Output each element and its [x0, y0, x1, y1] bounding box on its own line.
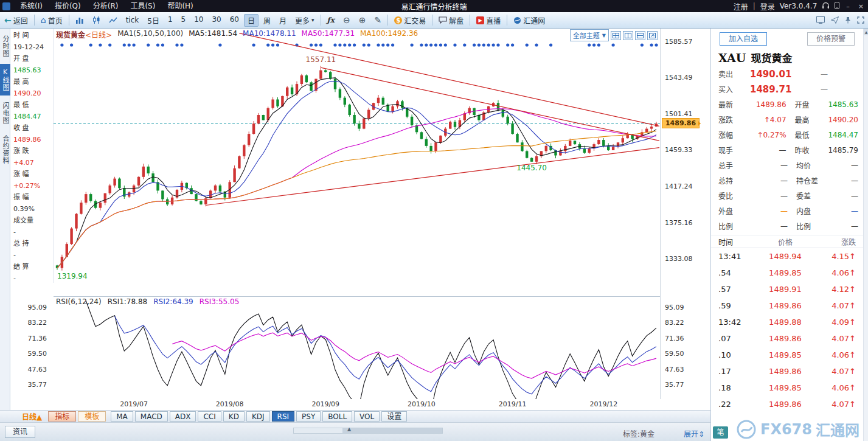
stats-row: 委比—委差—	[711, 188, 863, 203]
side-tab-K线图[interactable]: K线图	[0, 64, 10, 95]
quote-label: 振 幅	[13, 192, 53, 203]
ticks-col-header: 价格	[750, 237, 821, 247]
maximize-chart-icon[interactable]	[647, 31, 658, 40]
close-icon[interactable]: ×	[856, 2, 866, 10]
home-icon: ⌂	[41, 15, 46, 25]
period-button-10[interactable]: 10	[190, 14, 207, 27]
huitong-site-button[interactable]: 汇通网	[509, 14, 549, 27]
right-panel-scrollbar[interactable]: ▲	[863, 29, 868, 441]
bar-chart-type-button[interactable]	[71, 15, 88, 25]
layout-vsplit-icon[interactable]	[623, 31, 633, 40]
candlestick-chart[interactable]: 1557.111445.701319.94	[54, 29, 660, 296]
period-button-30[interactable]: 30	[208, 14, 224, 27]
tick-row[interactable]: 13:411489.944.15↑	[711, 248, 863, 265]
menu-item[interactable]: 报价(Q)	[49, 2, 87, 10]
side-tab-分时图[interactable]: 分时图	[0, 31, 10, 61]
globe-icon	[513, 16, 521, 24]
period-button-60[interactable]: 60	[226, 14, 243, 27]
login-link[interactable]: 登录	[760, 1, 775, 12]
status-bar: 资讯 ▲ 标签:黄金 展开⇕	[0, 422, 710, 441]
more-button[interactable]: 更多▾	[291, 14, 319, 27]
tick-row[interactable]: .101489.854.06↑	[711, 347, 863, 363]
indicator-button-VOL[interactable]: VOL	[354, 411, 380, 422]
indicator-button-BOLL[interactable]: BOLL	[322, 411, 352, 422]
rsi-tick-label: 71.36	[665, 335, 684, 342]
quote-row: 涨 幅+0.27%	[13, 168, 53, 192]
candle-chart-icon	[92, 16, 100, 24]
zoom-in-button[interactable]: ⊕	[355, 14, 370, 26]
tick-period-button[interactable]: tick	[122, 15, 144, 26]
period-button-5[interactable]: 5	[178, 14, 190, 27]
period-button-1[interactable]: 1	[164, 14, 176, 27]
candle-chart-type-button[interactable]	[88, 15, 105, 25]
period-button-周[interactable]: 周	[260, 14, 274, 27]
indicator-button-KD[interactable]: KD	[223, 411, 245, 422]
market-review-button[interactable]: 解盘	[434, 14, 468, 27]
menu-item[interactable]: 分析(R)	[87, 2, 125, 10]
svg-text:1445.70: 1445.70	[516, 164, 547, 172]
rsi-chart[interactable]	[54, 296, 660, 399]
chart-area[interactable]: 1557.111445.701319.94 现货黄金<日线> MA1(5,10,…	[54, 29, 660, 399]
add-watchlist-button[interactable]: 加入自选	[720, 32, 767, 46]
tick-row[interactable]: .541489.854.06↑	[711, 265, 863, 281]
price-alert-button[interactable]: 价格预警	[807, 32, 855, 46]
menu-item[interactable]: 帮助(H)	[161, 2, 199, 10]
zoom-out-button[interactable]: ⊖	[339, 14, 355, 26]
bid-price: 1489.71	[750, 84, 791, 95]
tick-row[interactable]: .171489.864.07↑	[711, 363, 863, 380]
indicator-button-MA[interactable]: MA	[111, 411, 133, 422]
menu-item[interactable]: 工具(S)	[124, 2, 161, 10]
tab-templates[interactable]: 模板	[78, 411, 106, 422]
indicator-button-CCI[interactable]: CCI	[198, 411, 221, 422]
multi-window-icon[interactable]	[816, 16, 825, 24]
tick-row[interactable]: .071489.864.07↑	[711, 330, 863, 347]
horizontal-scrollbar[interactable]: ▲	[293, 428, 443, 434]
live-button[interactable]: ▶直播	[472, 14, 505, 27]
fullscreen-icon[interactable]	[857, 16, 864, 24]
phone-icon[interactable]	[835, 2, 839, 11]
trading-terminal-window: 系统(I)报价(Q)分析(R)工具(S)帮助(H) 易汇通行情分析终端 注册 |…	[0, 0, 868, 441]
indicator-button-ADX[interactable]: ADX	[170, 411, 196, 422]
indicator-button-MACD[interactable]: MACD	[135, 411, 168, 422]
layout-hsplit-icon[interactable]	[635, 31, 645, 40]
headset-icon[interactable]	[822, 2, 830, 11]
period-button-月[interactable]: 月	[276, 14, 290, 27]
current-period-label[interactable]: 日线▲	[22, 411, 42, 422]
tick-row[interactable]: 13:421489.884.09↑	[711, 314, 863, 330]
indicator-button-RSI[interactable]: RSI	[272, 411, 295, 422]
indicator-button-KDJ[interactable]: KDJ	[246, 411, 270, 422]
indicator-button-PSY[interactable]: PSY	[296, 411, 321, 422]
expand-link[interactable]: 展开⇕	[684, 428, 704, 439]
home-button[interactable]: ⌂首页	[36, 14, 67, 27]
tick-row[interactable]: .571489.914.12↑	[711, 281, 863, 297]
tick-row[interactable]: .591489.864.07↑	[711, 297, 863, 314]
side-tab-合约资料[interactable]: 合约资料	[0, 131, 10, 168]
indicator-button-设置[interactable]: 设置	[381, 411, 407, 422]
rsi-tick-label: 71.36	[28, 335, 47, 342]
layout-grid-icon[interactable]	[611, 31, 621, 40]
draw-pencil-button[interactable]: ✎	[370, 14, 386, 26]
scrollbar-thumb[interactable]	[342, 428, 442, 433]
back-button[interactable]: ←返回	[0, 14, 32, 27]
indicator-bar: 日线▲ 指标 模板 MAMACDADXCCIKDKDJRSIPSYBOLLVOL…	[0, 410, 710, 422]
pen-tool-button[interactable]: 笔	[713, 426, 728, 439]
side-tab-闪电图[interactable]: 闪电图	[0, 98, 10, 128]
fx-trade-button[interactable]: $汇交易	[390, 14, 430, 27]
line-chart-type-button[interactable]	[105, 15, 122, 25]
menu-item[interactable]: 系统(I)	[14, 2, 49, 10]
rsi-header: RSI(6,12,24) RSI1:78.88 RSI2:64.39 RSI3:…	[56, 297, 239, 306]
tab-indicators[interactable]: 指标	[48, 411, 76, 422]
tick-row[interactable]: .181489.854.06↑	[711, 380, 863, 396]
news-button[interactable]: 资讯	[5, 426, 35, 438]
send-plane-icon[interactable]	[831, 16, 839, 24]
period-button-日[interactable]: 日	[244, 14, 259, 27]
register-link[interactable]: 注册	[734, 1, 748, 12]
formula-button[interactable]: ƒx	[323, 15, 339, 26]
quote-row: 结 算-	[13, 261, 53, 284]
tick-price: 1489.86	[750, 334, 821, 343]
theme-dropdown[interactable]: 全部主题▼	[570, 29, 609, 41]
minimize-icon[interactable]: –	[844, 2, 852, 10]
pin-icon[interactable]	[845, 16, 851, 24]
tick-row[interactable]: .221489.864.07↑	[711, 396, 863, 412]
period-button-5日[interactable]: 5日	[144, 14, 163, 27]
